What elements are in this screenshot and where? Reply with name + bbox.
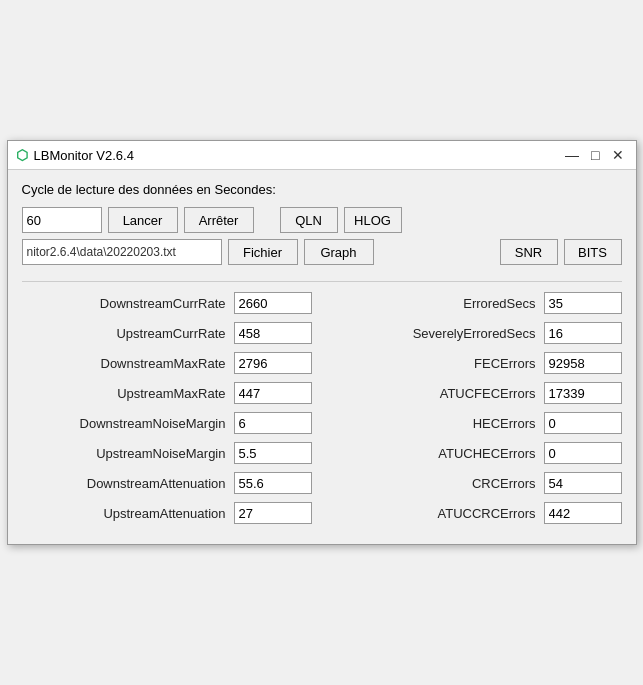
top-section: Cycle de lecture des données en Secondes… <box>22 182 622 265</box>
field-value-input[interactable] <box>544 472 622 494</box>
window-controls: — □ ✕ <box>561 147 627 163</box>
minimize-button[interactable]: — <box>561 147 583 163</box>
field-value-input[interactable] <box>234 352 312 374</box>
main-window: ⬡ LBMonitor V2.6.4 — □ ✕ Cycle de lectur… <box>7 140 637 545</box>
lancer-button[interactable]: Lancer <box>108 207 178 233</box>
field-label: UpstreamMaxRate <box>117 386 225 401</box>
right-fields: ErroredSecsSeverelyErroredSecsFECErrorsA… <box>332 292 622 532</box>
controls-row-2: Fichier Graph SNR BITS <box>22 239 622 265</box>
window-title: LBMonitor V2.6.4 <box>34 148 556 163</box>
snr-button[interactable]: SNR <box>500 239 558 265</box>
left-fields: DownstreamCurrRateUpstreamCurrRateDownst… <box>22 292 312 532</box>
table-row: SeverelyErroredSecs <box>332 322 622 344</box>
table-row: CRCErrors <box>332 472 622 494</box>
table-row: ErroredSecs <box>332 292 622 314</box>
field-label: UpstreamCurrRate <box>116 326 225 341</box>
cycle-label: Cycle de lecture des données en Secondes… <box>22 182 622 197</box>
table-row: DownstreamCurrRate <box>22 292 312 314</box>
field-label: ATUCHECErrors <box>438 446 535 461</box>
cycle-input[interactable] <box>22 207 102 233</box>
field-value-input[interactable] <box>544 442 622 464</box>
field-label: ATUCFECErrors <box>440 386 536 401</box>
field-value-input[interactable] <box>234 322 312 344</box>
data-grid: DownstreamCurrRateUpstreamCurrRateDownst… <box>22 292 622 532</box>
arreter-button[interactable]: Arrêter <box>184 207 254 233</box>
table-row: UpstreamAttenuation <box>22 502 312 524</box>
controls-row-1: Lancer Arrêter QLN HLOG <box>22 207 622 233</box>
field-value-input[interactable] <box>234 382 312 404</box>
field-label: DownstreamAttenuation <box>87 476 226 491</box>
field-value-input[interactable] <box>234 472 312 494</box>
title-bar: ⬡ LBMonitor V2.6.4 — □ ✕ <box>8 141 636 170</box>
table-row: DownstreamMaxRate <box>22 352 312 374</box>
close-button[interactable]: ✕ <box>608 147 628 163</box>
field-value-input[interactable] <box>544 412 622 434</box>
left-fields-container: DownstreamCurrRateUpstreamCurrRateDownst… <box>22 292 312 524</box>
field-label: UpstreamAttenuation <box>103 506 225 521</box>
table-row: DownstreamNoiseMargin <box>22 412 312 434</box>
field-label: CRCErrors <box>472 476 536 491</box>
fichier-button[interactable]: Fichier <box>228 239 298 265</box>
table-row: UpstreamNoiseMargin <box>22 442 312 464</box>
table-row: ATUCHECErrors <box>332 442 622 464</box>
table-row: DownstreamAttenuation <box>22 472 312 494</box>
field-label: SeverelyErroredSecs <box>413 326 536 341</box>
field-value-input[interactable] <box>544 322 622 344</box>
field-value-input[interactable] <box>544 292 622 314</box>
field-value-input[interactable] <box>234 412 312 434</box>
field-value-input[interactable] <box>234 502 312 524</box>
field-label: DownstreamCurrRate <box>100 296 226 311</box>
field-label: HECErrors <box>473 416 536 431</box>
field-label: DownstreamNoiseMargin <box>80 416 226 431</box>
maximize-button[interactable]: □ <box>587 147 603 163</box>
field-label: ATUCCRCErrors <box>438 506 536 521</box>
table-row: FECErrors <box>332 352 622 374</box>
divider <box>22 281 622 282</box>
qln-button[interactable]: QLN <box>280 207 338 233</box>
field-value-input[interactable] <box>544 502 622 524</box>
field-label: ErroredSecs <box>463 296 535 311</box>
table-row: UpstreamCurrRate <box>22 322 312 344</box>
field-value-input[interactable] <box>544 382 622 404</box>
field-label: UpstreamNoiseMargin <box>96 446 225 461</box>
bits-button[interactable]: BITS <box>564 239 622 265</box>
table-row: ATUCFECErrors <box>332 382 622 404</box>
field-value-input[interactable] <box>544 352 622 374</box>
field-value-input[interactable] <box>234 292 312 314</box>
field-value-input[interactable] <box>234 442 312 464</box>
graph-button[interactable]: Graph <box>304 239 374 265</box>
table-row: HECErrors <box>332 412 622 434</box>
app-icon: ⬡ <box>16 147 28 163</box>
content-area: Cycle de lecture des données en Secondes… <box>8 170 636 544</box>
field-label: FECErrors <box>474 356 535 371</box>
hlog-button[interactable]: HLOG <box>344 207 402 233</box>
right-fields-container: ErroredSecsSeverelyErroredSecsFECErrorsA… <box>332 292 622 524</box>
file-path-input[interactable] <box>22 239 222 265</box>
field-label: DownstreamMaxRate <box>101 356 226 371</box>
table-row: ATUCCRCErrors <box>332 502 622 524</box>
table-row: UpstreamMaxRate <box>22 382 312 404</box>
